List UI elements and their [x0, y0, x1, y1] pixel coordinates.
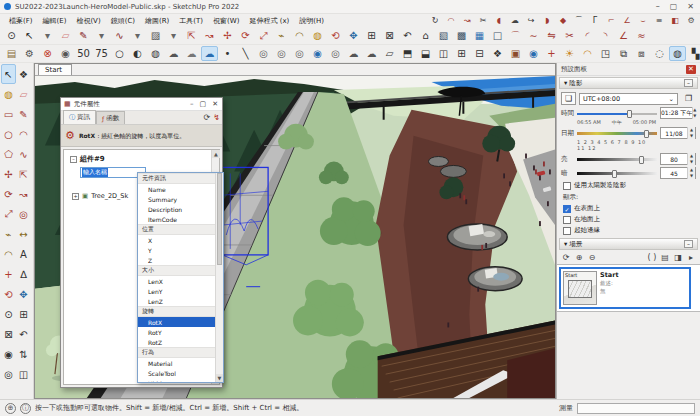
previous-view-icon[interactable]: ↶	[399, 28, 416, 43]
zoom-extents-icon[interactable]: ⊠	[381, 28, 398, 43]
checkbox[interactable]: ✓	[563, 205, 571, 213]
lod-50-icon[interactable]: 50	[75, 46, 92, 61]
date-spinbox[interactable]: 11/08 ▲▼	[660, 127, 696, 139]
scene-tab-start[interactable]: Start	[38, 64, 72, 75]
line-tool-icon[interactable]: ✎	[16, 104, 31, 124]
cloud-up-icon[interactable]: ☁	[183, 46, 200, 61]
line-tool-icon[interactable]: ✎	[75, 28, 92, 43]
lasso-icon[interactable]: ◌	[651, 46, 668, 61]
display-checkbox-row[interactable]: ✓ 在表面上	[563, 204, 696, 213]
scale-tool-icon[interactable]: ⤢	[1, 204, 16, 224]
ext-rotate-icon[interactable]: ↻	[428, 15, 442, 27]
plan-view-icon[interactable]: ▱	[381, 46, 398, 61]
measurements-input[interactable]	[577, 403, 695, 414]
cloud-down-icon[interactable]: ☁	[165, 46, 182, 61]
menu-item[interactable]: 說明(H)	[294, 16, 329, 26]
zoom-extents-icon[interactable]: ⊠	[1, 324, 16, 344]
tray-close-button[interactable]: ✕	[686, 65, 696, 74]
attribute-option[interactable]: RotY	[138, 327, 215, 337]
box-iso-icon[interactable]: ◫	[435, 46, 452, 61]
ext-hook-icon[interactable]: ⌒	[572, 15, 586, 27]
time-spinbox[interactable]: 01:28 下午 ▲▼	[660, 107, 696, 119]
flip-tool-icon[interactable]: ⇋	[543, 28, 560, 43]
pan-tool-icon[interactable]: ✥	[16, 284, 31, 304]
ext-cut-icon[interactable]: ✂	[476, 15, 490, 27]
round-corner-icon[interactable]: ◜	[579, 28, 596, 43]
date-slider-thumb[interactable]	[644, 130, 649, 138]
ext-corner2-icon[interactable]: ⌐	[604, 15, 618, 27]
use-sun-checkbox-row[interactable]: 使用太陽製造陰影	[563, 181, 696, 190]
circle-hatch-icon[interactable]: ◍	[147, 46, 164, 61]
xray-style-icon[interactable]: ▧	[435, 28, 452, 43]
spin-down-icon[interactable]: ▼	[688, 173, 695, 179]
box-top-icon[interactable]: ⬒	[399, 46, 416, 61]
ext-cloud-icon[interactable]: ☁	[508, 15, 522, 27]
sun-icon[interactable]: ☀	[561, 46, 578, 61]
maximize-button[interactable]: ▢	[670, 2, 678, 11]
tape-measure-icon[interactable]: ⌁	[1, 224, 16, 244]
menu-item[interactable]: 工具(T)	[174, 16, 208, 26]
dome-icon[interactable]: ◠	[579, 46, 596, 61]
dialog-maximize-button[interactable]: ▢	[200, 100, 207, 108]
attribute-option[interactable]: Hidden	[138, 378, 215, 382]
dialog-minimize-button[interactable]: –	[190, 100, 194, 108]
textured-style-icon[interactable]: ▦	[471, 28, 488, 43]
hex-gear-1-icon[interactable]: ◎	[255, 46, 272, 61]
zoom-tool-icon[interactable]: ⊙	[3, 28, 20, 43]
lod-75-icon[interactable]: 75	[93, 46, 110, 61]
component-icon[interactable]: ❖	[489, 46, 506, 61]
flip-card-icon[interactable]: ◳	[597, 46, 614, 61]
remove-scene-icon[interactable]: ⊖	[587, 252, 597, 262]
dark-slider[interactable]	[577, 168, 657, 178]
follow-me-tool-icon[interactable]: ↝	[201, 28, 218, 43]
sphere-icon[interactable]: ◉	[525, 46, 542, 61]
spin-down-icon[interactable]: ▼	[688, 159, 695, 165]
attribute-option[interactable]: ItemCode	[138, 214, 215, 224]
walk-tool-icon[interactable]: ⇅	[16, 344, 31, 364]
date-slider[interactable]	[577, 128, 657, 138]
eye-icon[interactable]: ◉	[57, 46, 74, 61]
flyout-arrow-icon[interactable]: ▸	[686, 252, 696, 262]
abort-icon[interactable]: ⊗	[39, 46, 56, 61]
stamp-icon[interactable]: ⧈	[633, 46, 650, 61]
menu-item[interactable]: 編輯(E)	[38, 16, 72, 26]
freehand-tool-icon[interactable]: ∿	[111, 28, 128, 43]
attribute-option[interactable]: X	[138, 235, 215, 245]
ext-wedge-icon[interactable]: ◗	[540, 15, 554, 27]
move-tool-icon[interactable]: ✢	[219, 28, 236, 43]
ext-gear-icon[interactable]: ⚙	[684, 15, 696, 27]
window-lock-icon[interactable]: ⊟	[471, 46, 488, 61]
attribute-option[interactable]: Y	[138, 245, 215, 255]
light-slider-thumb[interactable]	[639, 156, 644, 164]
push-pull-tool-icon[interactable]: ⇱	[16, 164, 31, 184]
add-scene-icon[interactable]: ⊕	[574, 252, 584, 262]
attribute-option[interactable]: RotZ	[138, 337, 215, 347]
time-slider-thumb[interactable]	[627, 110, 632, 118]
credits-icon[interactable]: ⓘ	[20, 403, 31, 414]
eraser-tool-icon[interactable]: ▱	[57, 28, 74, 43]
light-slider[interactable]	[577, 154, 657, 164]
position-camera-icon[interactable]: ◉	[1, 344, 16, 364]
minimize-button[interactable]: –	[656, 2, 660, 11]
attribute-option[interactable]: Summary	[138, 194, 215, 204]
rectangle-tool-icon[interactable]: ▨	[147, 28, 164, 43]
cloud-pull-icon[interactable]: ☁	[345, 46, 362, 61]
tape-measure-icon[interactable]: ⌁	[273, 28, 290, 43]
tab-info[interactable]: ⓘ 資訊	[63, 110, 96, 124]
guide-line-icon[interactable]: ╲	[237, 46, 254, 61]
expander-icon[interactable]: +	[72, 193, 79, 200]
hex-gear-5-icon[interactable]: ◎	[327, 46, 344, 61]
display-checkbox-row[interactable]: 起始邊緣	[563, 226, 696, 235]
cloud-push-icon[interactable]: ☁	[363, 46, 380, 61]
shaded-style-icon[interactable]: ▩	[453, 28, 470, 43]
previous-view-icon[interactable]: ↶	[16, 324, 31, 344]
attribute-option[interactable]: Description	[138, 204, 215, 214]
camera-icon[interactable]: ◨	[673, 252, 683, 262]
weld-tool-icon[interactable]: ≈	[633, 28, 650, 43]
ext-angle-icon[interactable]: ∠	[620, 15, 634, 27]
ext-corner-icon[interactable]: Γ	[588, 15, 602, 27]
circle-outline-icon[interactable]: ○	[111, 46, 128, 61]
zoom-tool-icon[interactable]: ⊙	[1, 304, 16, 324]
toggle-shadows-button[interactable]: ❏	[561, 92, 576, 105]
display-checkbox-row[interactable]: 在地面上	[563, 215, 696, 224]
